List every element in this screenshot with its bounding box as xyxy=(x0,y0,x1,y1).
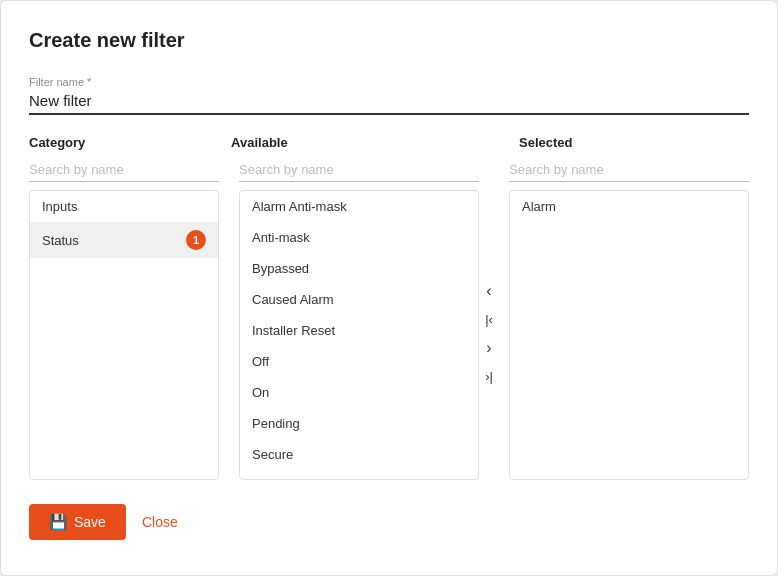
create-filter-dialog: Create new filter Filter name * Category… xyxy=(0,0,778,576)
selected-column: Alarm xyxy=(509,158,749,480)
status-badge: 1 xyxy=(186,230,206,250)
columns-header: Category Available Selected xyxy=(29,135,749,150)
selected-item-alarm[interactable]: Alarm xyxy=(510,191,748,222)
available-item-pending[interactable]: Pending xyxy=(240,408,478,439)
category-item-inputs-label: Inputs xyxy=(42,199,77,214)
close-button[interactable]: Close xyxy=(142,514,178,530)
selected-list: Alarm xyxy=(509,190,749,480)
columns-content: Inputs Status 1 Alarm Anti-mask Anti-mas… xyxy=(29,158,749,480)
filter-name-input[interactable] xyxy=(29,92,749,115)
available-item-alarm-antimask[interactable]: Alarm Anti-mask xyxy=(240,191,478,222)
footer: 💾 Save Close xyxy=(29,504,749,540)
available-item-antimask[interactable]: Anti-mask xyxy=(240,222,478,253)
category-item-status-label: Status xyxy=(42,233,79,248)
available-item-off[interactable]: Off xyxy=(240,346,478,377)
selected-header: Selected xyxy=(519,135,749,150)
save-icon: 💾 xyxy=(49,513,68,531)
move-last-button[interactable]: ›| xyxy=(479,368,499,385)
move-first-button[interactable]: |‹ xyxy=(479,311,499,328)
category-column: Inputs Status 1 xyxy=(29,158,219,480)
available-item-on[interactable]: On xyxy=(240,377,478,408)
selected-search-input[interactable] xyxy=(509,158,749,182)
move-right-button[interactable]: › xyxy=(480,338,497,358)
available-item-bypassed[interactable]: Bypassed xyxy=(240,253,478,284)
save-button-label: Save xyxy=(74,514,106,530)
category-item-inputs[interactable]: Inputs xyxy=(30,191,218,222)
category-header: Category xyxy=(29,135,211,150)
category-search-input[interactable] xyxy=(29,158,219,182)
dialog-title: Create new filter xyxy=(29,29,749,52)
available-item-installer-reset[interactable]: Installer Reset xyxy=(240,315,478,346)
category-list: Inputs Status 1 xyxy=(29,190,219,480)
available-item-secure[interactable]: Secure xyxy=(240,439,478,470)
arrows-column: ‹ |‹ › ›| xyxy=(479,188,499,478)
available-column: Alarm Anti-mask Anti-mask Bypassed Cause… xyxy=(239,158,479,480)
filter-name-label: Filter name * xyxy=(29,76,749,88)
available-header: Available xyxy=(231,135,461,150)
available-list: Alarm Anti-mask Anti-mask Bypassed Cause… xyxy=(239,190,479,480)
move-left-button[interactable]: ‹ xyxy=(480,281,497,301)
save-button[interactable]: 💾 Save xyxy=(29,504,126,540)
available-item-caused-alarm[interactable]: Caused Alarm xyxy=(240,284,478,315)
category-item-status[interactable]: Status 1 xyxy=(30,222,218,258)
available-search-input[interactable] xyxy=(239,158,479,182)
